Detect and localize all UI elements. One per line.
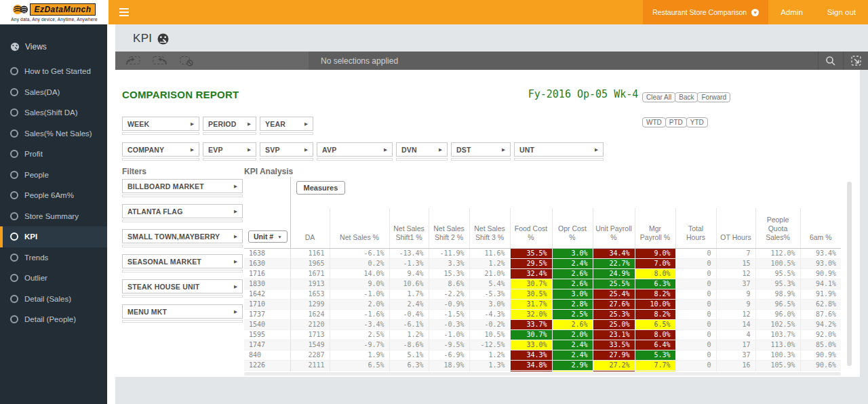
value-cell: 34.8% <box>510 361 552 371</box>
value-cell: 10.0% <box>635 300 675 310</box>
unit-cell[interactable]: 840 <box>244 350 290 361</box>
value-cell: 2287 <box>290 350 330 361</box>
clear-selections-icon[interactable] <box>179 55 194 66</box>
selections-tool-icon[interactable] <box>843 52 868 70</box>
column-header-row: Unit # ▼ DANet Sales %Net Sales Shift1 %… <box>244 208 841 249</box>
value-cell: 2.6% <box>552 269 593 279</box>
value-cell: 91.9% <box>800 289 841 300</box>
column-header-ot-hours[interactable]: OT Hours <box>716 208 755 249</box>
dimension-dropdown-avp[interactable]: AVP▶ <box>317 142 393 157</box>
step-forward-icon[interactable] <box>152 55 168 66</box>
dimension-dropdown-dst[interactable]: DST▶ <box>451 142 511 157</box>
column-header-people-quota-sales[interactable]: People Quota Sales% <box>755 208 800 249</box>
unit-cell[interactable]: 1830 <box>244 279 290 289</box>
column-header-unit-payroll[interactable]: Unit Payroll % <box>593 208 635 249</box>
filter-dropdown-seasonal-market[interactable]: SEASONAL MARKET▶ <box>122 254 243 268</box>
dimension-dropdown-period[interactable]: PERIOD▶ <box>203 117 256 131</box>
column-header-da[interactable]: DA <box>290 208 330 249</box>
column-header-mgr-payroll[interactable]: Mgr Payroll % <box>635 208 675 249</box>
unit-cell[interactable]: 1737 <box>244 310 290 320</box>
value-cell: 1965 <box>290 259 330 269</box>
sidebar-views[interactable]: Views <box>0 24 107 61</box>
sidebar-item-sales-shift-da[interactable]: Sales(Shift DA) <box>0 102 107 123</box>
sidebar-item-store-summary[interactable]: Store Summary <box>0 206 107 227</box>
sidebar-item-people[interactable]: People <box>0 165 107 186</box>
sidebar-item-how-to-get-started[interactable]: How to Get Started <box>0 61 107 82</box>
dimension-dropdown-company[interactable]: COMPANY▶ <box>122 142 199 157</box>
app-selector[interactable]: Restaurant Store Comparison ▼ <box>643 0 768 24</box>
value-cell: 2.6% <box>552 279 593 289</box>
sidebar-item-detail-sales[interactable]: Detail (Sales) <box>0 289 107 310</box>
unit-dimension-button[interactable]: Unit # ▼ <box>248 230 288 243</box>
dimension-dropdown-svp[interactable]: SVP▶ <box>260 142 313 157</box>
filter-dropdown-steak-house-unit[interactable]: STEAK HOUSE UNIT▶ <box>122 279 243 294</box>
unit-cell[interactable]: 1638 <box>244 249 290 259</box>
sign-out-link[interactable]: Sign out <box>815 0 868 24</box>
column-header-net-sales-shift-2[interactable]: Net Sales Shift 2 % <box>429 208 469 249</box>
vertical-scrollbar[interactable] <box>847 182 852 366</box>
column-header-net-sales[interactable]: Net Sales % <box>330 208 389 249</box>
sidebar-item-profit[interactable]: Profit <box>0 144 107 165</box>
radio-icon <box>10 212 18 220</box>
column-header-6am[interactable]: 6am % <box>800 208 841 249</box>
button-wtd[interactable]: WTD <box>642 117 666 127</box>
dimension-dropdown-week[interactable]: WEEK▶ <box>122 117 199 131</box>
column-header-net-sales-shift1[interactable]: Net Sales Shift1 % <box>389 208 429 249</box>
filter-steak-house-unit: STEAK HOUSE UNIT▶ <box>122 279 243 298</box>
sidebar-item-sales-net-sales[interactable]: Sales(% Net Sales) <box>0 123 107 144</box>
filter-dropdown-small-town-mayberry[interactable]: SMALL TOWN,MAYBERRY▶ <box>122 229 243 243</box>
unit-cell[interactable]: 1630 <box>244 259 290 269</box>
unit-cell[interactable]: 1716 <box>244 269 290 279</box>
dimension-label: YEAR <box>265 120 285 128</box>
sidebar-item-sales-da[interactable]: Sales(DA) <box>0 82 107 103</box>
dimension-dropdown-unt[interactable]: UNT▶ <box>514 142 604 157</box>
unit-cell[interactable]: 1642 <box>244 289 290 300</box>
dropdown-strip <box>122 270 243 272</box>
sidebar-item-kpi[interactable]: KPI <box>0 226 107 247</box>
dropdown-strip <box>122 245 243 247</box>
value-cell: 103.7% <box>755 330 800 340</box>
arrow-right-icon: ▶ <box>234 234 237 239</box>
unit-cell[interactable]: 1226 <box>244 361 290 371</box>
unit-cell[interactable]: 1747 <box>244 340 290 350</box>
column-header-opr-cost[interactable]: Opr Cost % <box>552 208 593 249</box>
filter-dropdown-billboard-market[interactable]: BILLBOARD MARKET▶ <box>122 179 243 193</box>
value-cell: -5.3% <box>469 289 510 300</box>
button-forward[interactable]: Forward <box>697 92 730 102</box>
column-header-food-cost[interactable]: Food Cost % <box>510 208 552 249</box>
menu-icon[interactable] <box>113 0 136 24</box>
button-back[interactable]: Back <box>675 92 698 102</box>
dimension-dropdown-dvn[interactable]: DVN▶ <box>396 142 448 157</box>
sidebar-item-outlier[interactable]: Outlier <box>0 268 107 289</box>
button-ytd[interactable]: YTD <box>686 117 708 127</box>
dimension-dropdown-evp[interactable]: EVP▶ <box>203 142 256 157</box>
measures-button[interactable]: Measures <box>296 181 346 195</box>
dropdown-strip <box>122 132 199 135</box>
horizontal-scrollbar[interactable] <box>244 372 841 376</box>
unit-cell[interactable]: 1680 <box>244 371 290 372</box>
value-cell: 1161 <box>290 249 330 259</box>
filter-dropdown-menu-mkt[interactable]: MENU MKT▶ <box>122 304 243 319</box>
step-back-icon[interactable] <box>125 55 141 66</box>
sidebar-item-label: Profit <box>24 150 43 158</box>
value-cell: 18.9% <box>429 361 469 371</box>
dimension-dropdown-year[interactable]: YEAR▶ <box>260 117 313 131</box>
sidebar-item-trends[interactable]: Trends <box>0 247 107 268</box>
sidebar-item-detail-people[interactable]: Detail (People) <box>0 309 107 330</box>
unit-cell[interactable]: 1540 <box>244 320 290 330</box>
search-icon[interactable] <box>818 52 843 70</box>
value-cell: 24.9% <box>593 269 635 279</box>
filter-label: MENU MKT <box>127 308 167 316</box>
column-header-label: People Quota Sales% <box>758 216 798 242</box>
sidebar-item-people-6am[interactable]: People 6Am% <box>0 185 107 206</box>
unit-cell[interactable]: 1710 <box>244 300 290 310</box>
value-cell: 22.7% <box>593 259 635 269</box>
button-clear-all[interactable]: Clear All <box>642 92 675 102</box>
admin-link[interactable]: Admin <box>768 0 815 24</box>
column-header-net-sales-shift-3[interactable]: Net Sales Shift 3 % <box>469 208 510 249</box>
button-ptd[interactable]: PTD <box>665 117 687 127</box>
value-cell: -6.1% <box>389 320 429 330</box>
unit-cell[interactable]: 1595 <box>244 330 290 340</box>
filter-dropdown-atlanta-flag[interactable]: ATLANTA FLAG▶ <box>122 204 243 218</box>
column-header-total-hours[interactable]: Total Hours <box>675 208 716 249</box>
